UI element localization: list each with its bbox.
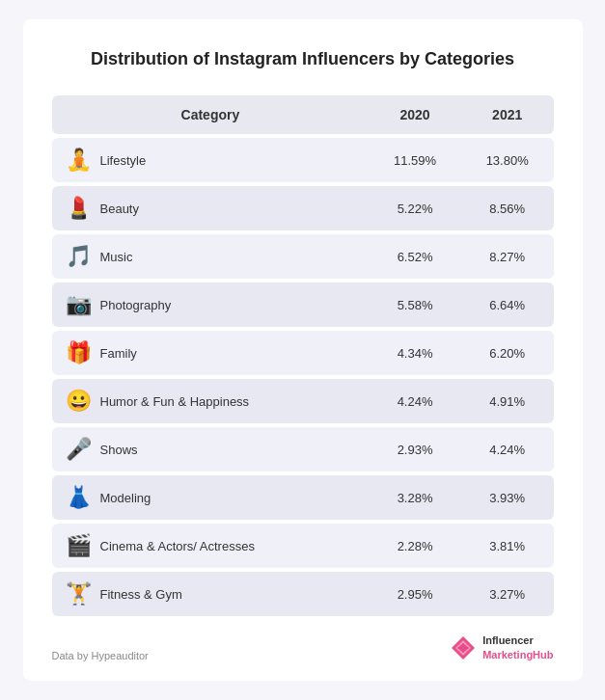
category-label: Beauty	[100, 202, 139, 216]
table-row: 🎁Family4.34%6.20%	[52, 331, 554, 375]
table-row: 🎤Shows2.93%4.24%	[52, 427, 554, 471]
category-cell: 👗Modeling	[52, 475, 370, 520]
brand-name: Influencer MarketingHub	[482, 633, 553, 661]
value-2021: 4.91%	[461, 379, 554, 423]
value-2021: 13.80%	[461, 138, 554, 182]
category-cell: 📷Photography	[52, 283, 370, 327]
brand-logo: Influencer MarketingHub	[450, 633, 553, 661]
table-row: 🎵Music6.52%8.27%	[52, 234, 554, 279]
value-2020: 6.52%	[369, 234, 461, 279]
category-label: Humor & Fun & Happiness	[100, 394, 250, 409]
category-label: Music	[100, 250, 133, 264]
category-cell: 🎁Family	[52, 331, 370, 375]
category-label: Photography	[100, 298, 172, 312]
category-label: Shows	[100, 443, 138, 457]
category-cell: 😀Humor & Fun & Happiness	[52, 379, 370, 423]
page-title: Distribution of Instagram Influencers by…	[52, 48, 554, 70]
col-header-2020: 2020	[369, 95, 461, 134]
value-2020: 2.95%	[369, 572, 461, 616]
table-row: 💄Beauty5.22%8.56%	[52, 186, 554, 230]
data-table: Category 2020 2021 🧘Lifestyle11.59%13.80…	[52, 92, 554, 620]
value-2021: 3.81%	[461, 524, 554, 568]
value-2021: 3.27%	[461, 572, 554, 616]
category-cell: 🧘Lifestyle	[52, 138, 370, 182]
value-2020: 5.58%	[369, 283, 461, 327]
category-cell: 🎬Cinema & Actors/ Actresses	[52, 524, 370, 568]
table-row: 🎬Cinema & Actors/ Actresses2.28%3.81%	[52, 524, 554, 568]
value-2021: 4.24%	[461, 427, 554, 471]
brand-icon	[450, 634, 477, 661]
category-cell: 🏋️Fitness & Gym	[52, 572, 370, 616]
value-2021: 6.20%	[461, 331, 554, 375]
category-cell: 🎵Music	[52, 234, 370, 279]
category-emoji: 😀	[66, 389, 93, 414]
category-emoji: 👗	[66, 485, 93, 510]
category-cell: 🎤Shows	[52, 427, 370, 471]
value-2020: 2.93%	[369, 427, 461, 471]
value-2021: 3.93%	[461, 475, 554, 520]
category-emoji: 🎤	[66, 437, 93, 462]
category-label: Family	[100, 346, 137, 361]
value-2021: 6.64%	[461, 283, 554, 327]
value-2021: 8.56%	[461, 186, 554, 230]
category-label: Modeling	[100, 491, 151, 505]
main-container: Distribution of Instagram Influencers by…	[23, 19, 583, 681]
value-2020: 4.34%	[369, 331, 461, 375]
category-emoji: 🎵	[66, 244, 93, 269]
category-emoji: 📷	[66, 292, 93, 317]
table-row: 🏋️Fitness & Gym2.95%3.27%	[52, 572, 554, 616]
category-emoji: 💄	[66, 196, 93, 221]
category-label: Fitness & Gym	[100, 587, 182, 602]
category-emoji: 🏋️	[66, 581, 93, 606]
category-emoji: 🎁	[66, 340, 93, 365]
value-2020: 5.22%	[369, 186, 461, 230]
value-2021: 8.27%	[461, 234, 554, 279]
value-2020: 11.59%	[369, 138, 461, 182]
category-label: Cinema & Actors/ Actresses	[100, 539, 255, 553]
value-2020: 2.28%	[369, 524, 461, 568]
col-header-2021: 2021	[461, 95, 554, 134]
category-label: Lifestyle	[100, 153, 147, 168]
table-header-row: Category 2020 2021	[52, 95, 554, 134]
col-header-category: Category	[52, 95, 370, 134]
table-row: 📷Photography5.58%6.64%	[52, 283, 554, 327]
category-emoji: 🎬	[66, 533, 93, 558]
table-row: 🧘Lifestyle11.59%13.80%	[52, 138, 554, 182]
value-2020: 3.28%	[369, 475, 461, 520]
data-source: Data by Hypeauditor	[52, 650, 149, 661]
category-cell: 💄Beauty	[52, 186, 370, 230]
category-emoji: 🧘	[66, 148, 93, 173]
table-row: 😀Humor & Fun & Happiness4.24%4.91%	[52, 379, 554, 423]
value-2020: 4.24%	[369, 379, 461, 423]
footer: Data by Hypeauditor Influencer Marketing…	[52, 633, 554, 661]
table-row: 👗Modeling3.28%3.93%	[52, 475, 554, 520]
